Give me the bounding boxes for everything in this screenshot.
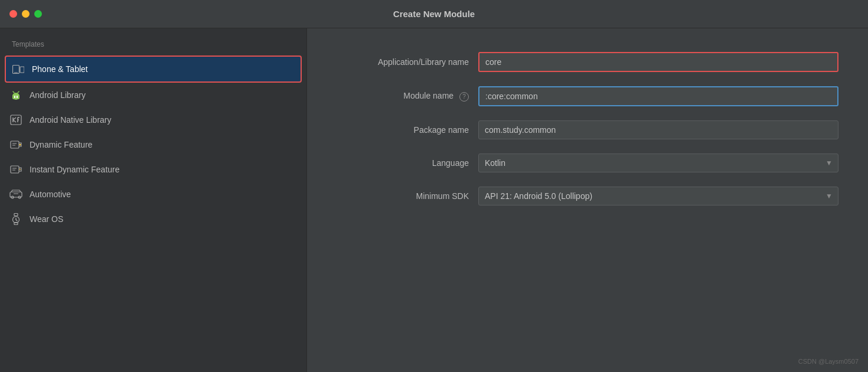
sidebar-item-phone-tablet[interactable]: Phone & Tablet: [5, 56, 302, 83]
language-select[interactable]: Java Kotlin: [478, 154, 838, 172]
wear-os-icon: [9, 213, 22, 226]
sidebar-item-dynamic-feature-label: Dynamic Feature: [30, 140, 93, 149]
min-sdk-row: Minimum SDK API 21: Android 5.0 (Lollipo…: [337, 187, 838, 205]
svg-point-17: [19, 144, 21, 146]
svg-rect-9: [11, 115, 21, 125]
sidebar-section-title: Templates: [0, 40, 306, 56]
sidebar-item-automotive-label: Automotive: [30, 190, 71, 199]
instant-dynamic-icon: [9, 163, 22, 176]
min-sdk-select-wrapper: API 21: Android 5.0 (Lollipop) API 22: A…: [478, 187, 838, 205]
sidebar-item-dynamic-feature[interactable]: Dynamic Feature: [0, 132, 306, 157]
package-name-input[interactable]: [478, 120, 838, 139]
dialog-title: Create New Module: [393, 9, 475, 19]
svg-line-7: [13, 92, 14, 93]
templates-sidebar: Templates Phone & Tablet: [0, 28, 307, 372]
svg-rect-4: [12, 94, 19, 99]
window-controls[interactable]: [9, 10, 42, 18]
app-name-row: Application/Library name: [337, 52, 838, 72]
sidebar-item-android-native-label: Android Native Library: [30, 115, 112, 125]
module-name-input[interactable]: [478, 86, 838, 106]
dynamic-feature-icon: [9, 138, 22, 151]
android-library-icon: [9, 89, 22, 102]
sidebar-item-android-library[interactable]: Android Library: [0, 83, 306, 107]
automotive-icon: [9, 188, 22, 201]
sidebar-item-wear-os[interactable]: Wear OS: [0, 207, 306, 231]
package-name-row: Package name: [337, 120, 838, 139]
phone-tablet-icon: [12, 63, 25, 76]
minimize-button[interactable]: [22, 10, 30, 18]
svg-rect-0: [13, 66, 19, 74]
module-name-label: Module name ?: [337, 91, 478, 102]
language-select-wrapper: Java Kotlin ▼: [478, 154, 838, 172]
svg-line-8: [18, 92, 19, 93]
language-label: Language: [337, 158, 478, 168]
package-name-label: Package name: [337, 125, 478, 135]
watermark: CSDN @Laysm0507: [798, 358, 859, 365]
sidebar-item-wear-os-label: Wear OS: [30, 214, 63, 224]
svg-rect-16: [11, 141, 19, 148]
svg-rect-6: [17, 96, 18, 98]
sidebar-item-android-native[interactable]: Android Native Library: [0, 107, 306, 132]
app-name-label: Application/Library name: [337, 57, 478, 67]
svg-rect-1: [20, 67, 24, 73]
maximize-button[interactable]: [34, 10, 42, 18]
module-name-help-icon[interactable]: ?: [459, 92, 469, 102]
min-sdk-label: Minimum SDK: [337, 191, 478, 201]
sidebar-item-instant-dynamic-label: Instant Dynamic Feature: [30, 165, 120, 174]
svg-marker-21: [19, 168, 21, 171]
svg-rect-20: [11, 166, 19, 173]
sidebar-item-instant-dynamic[interactable]: Instant Dynamic Feature: [0, 157, 306, 182]
main-content: Templates Phone & Tablet: [0, 28, 868, 372]
sidebar-item-phone-tablet-label: Phone & Tablet: [32, 64, 88, 74]
android-native-icon: [9, 113, 22, 126]
min-sdk-select[interactable]: API 21: Android 5.0 (Lollipop) API 22: A…: [478, 187, 838, 205]
app-name-input[interactable]: [478, 52, 838, 72]
svg-line-32: [16, 220, 17, 221]
sidebar-item-automotive[interactable]: Automotive: [0, 182, 306, 207]
svg-rect-5: [14, 96, 15, 98]
title-bar: Create New Module: [0, 0, 868, 28]
close-button[interactable]: [9, 10, 17, 18]
language-row: Language Java Kotlin ▼: [337, 154, 838, 172]
sidebar-item-android-library-label: Android Library: [30, 90, 86, 100]
form-panel: Application/Library name Module name ? P…: [307, 28, 868, 372]
svg-rect-29: [14, 214, 18, 216]
module-name-row: Module name ?: [337, 86, 838, 106]
